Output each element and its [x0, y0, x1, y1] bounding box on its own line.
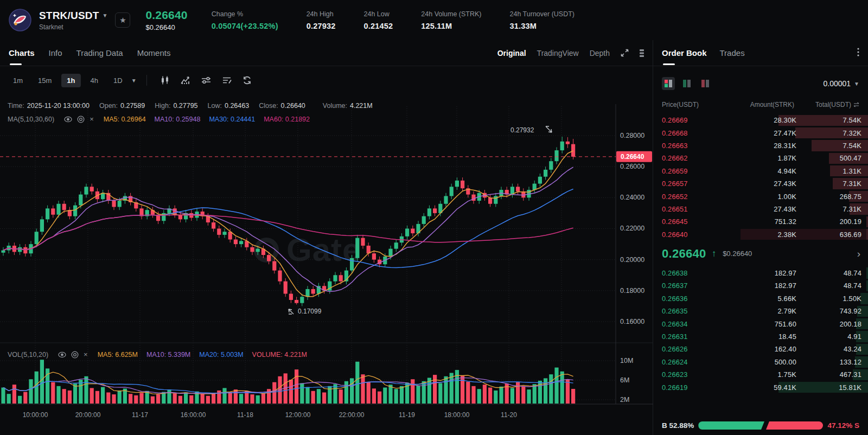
ask-row[interactable]: 0.2665127.43K7.31K: [653, 203, 868, 215]
ask-row[interactable]: 0.266402.38K636.69: [653, 228, 868, 241]
chevron-right-icon[interactable]: ›: [857, 248, 860, 260]
sell-label: S: [854, 421, 859, 430]
chart-region[interactable]: Time:2025-11-20 13:00:00Open:0.27589High…: [0, 94, 653, 435]
amount-cell: 4.94K: [716, 167, 796, 175]
tab-charts[interactable]: Charts: [9, 41, 35, 65]
total-cell: 467.31: [796, 370, 861, 379]
ask-row[interactable]: 0.26645751.32200.19: [653, 215, 868, 228]
total-unit-toggle-icon[interactable]: [853, 102, 859, 107]
bid-row[interactable]: 0.266231.75K467.31: [653, 368, 868, 381]
amount-cell: 500.00: [716, 358, 796, 366]
favorite-button[interactable]: ★: [115, 12, 130, 28]
bid-row[interactable]: 0.266352.79K743.92: [653, 305, 868, 317]
token-logo: [9, 9, 31, 31]
ob-layout-both-button[interactable]: [662, 77, 675, 90]
total-cell: 500.47: [796, 154, 861, 162]
bid-row[interactable]: 0.266365.66K1.50K: [653, 292, 868, 305]
price-cell: 0.26638: [662, 269, 716, 277]
price-volume-chart[interactable]: 0.266400.279320.170990.280000.260000.240…: [0, 94, 653, 435]
col-price: Price(USDT): [662, 101, 716, 108]
stat-value: 0.21452: [364, 22, 393, 30]
vol-settings-icon[interactable]: [71, 351, 79, 359]
ask-row[interactable]: 0.2666928.30K7.54K: [653, 114, 868, 126]
vol-visibility-icon[interactable]: [58, 351, 66, 358]
compare-refresh-icon[interactable]: [239, 73, 256, 87]
view-mode-tradingview[interactable]: TradingView: [537, 49, 579, 57]
svg-text:11-19: 11-19: [399, 411, 415, 419]
timeframe-1d[interactable]: 1D: [108, 74, 128, 87]
amount-cell: 751.60: [716, 320, 796, 328]
tab-moments[interactable]: Moments: [137, 41, 171, 65]
stat-value: 0.27932: [307, 22, 336, 30]
order-book-panel: Order BookTrades: [653, 40, 868, 435]
bid-row[interactable]: 0.26638182.9748.74: [653, 267, 868, 279]
ratio-bar: [698, 421, 823, 430]
ask-rows: 0.2666928.30K7.54K0.2666827.47K7.32K0.26…: [653, 113, 868, 242]
ob-layout-asks-button[interactable]: [699, 77, 712, 90]
ob-layout-bids-button[interactable]: [680, 77, 693, 90]
bid-row[interactable]: 0.26634751.60200.18: [653, 317, 868, 330]
order-book-controls: 0.00001 ▼: [653, 66, 868, 97]
bid-row[interactable]: 0.26637182.9748.74: [653, 279, 868, 292]
amount-cell: 28.30K: [716, 116, 796, 124]
svg-text:18:00:00: 18:00:00: [444, 411, 470, 419]
ma-close-icon[interactable]: ×: [90, 115, 94, 123]
view-mode-depth[interactable]: Depth: [590, 49, 610, 57]
header-last-price: 0.26640: [145, 9, 187, 22]
ma-visibility-icon[interactable]: [64, 116, 72, 123]
buy-sell-ratio: B 52.88% 47.12% S: [653, 421, 868, 435]
last-trade-row[interactable]: 0.26640 ↑ $0.26640 ›: [653, 242, 868, 266]
pair-name[interactable]: STRK/USDT: [39, 10, 99, 22]
settings-sliders-icon[interactable]: [198, 73, 214, 87]
candle-style-icon[interactable]: [157, 73, 173, 87]
svg-text:0.16000: 0.16000: [620, 318, 644, 325]
svg-text:16:00:00: 16:00:00: [181, 411, 206, 419]
tick-size-selector[interactable]: 0.00001 ▼: [823, 79, 859, 88]
total-cell: 133.12: [796, 358, 861, 366]
bid-row[interactable]: 0.26626162.4043.24: [653, 343, 868, 355]
amount-cell: 162.40: [716, 345, 796, 353]
ob-tab-trades[interactable]: Trades: [720, 41, 745, 65]
stat-label: 24h Volume (STRK): [421, 10, 481, 18]
total-cell: 7.54K: [796, 142, 861, 150]
ask-row[interactable]: 0.2666827.47K7.32K: [653, 126, 868, 139]
total-cell: 7.32K: [796, 129, 861, 137]
ask-row[interactable]: 0.2666328.31K7.54K: [653, 139, 868, 152]
timeframe-15m[interactable]: 15m: [33, 74, 57, 87]
view-mode-original[interactable]: Original: [497, 49, 526, 57]
bid-row[interactable]: 0.26624500.00133.12: [653, 356, 868, 368]
timeframe-1m[interactable]: 1m: [8, 74, 28, 87]
chart-panel: ChartsInfoTrading DataMoments OriginalTr…: [0, 40, 653, 435]
timeframe-4h[interactable]: 4h: [85, 74, 104, 87]
pair-dropdown-caret-icon[interactable]: ▼: [103, 12, 108, 18]
panel-layout-icon[interactable]: [640, 49, 644, 57]
toolbar-divider: [146, 75, 147, 86]
ob-tab-order-book[interactable]: Order Book: [662, 41, 707, 65]
total-cell: 48.74: [796, 269, 861, 277]
amount-cell: 28.31K: [716, 142, 796, 150]
tab-info[interactable]: Info: [49, 41, 62, 65]
amount-cell: 27.43K: [716, 180, 796, 188]
order-book-menu-icon[interactable]: [857, 48, 859, 59]
bid-row[interactable]: 0.2661959.41K15.81K: [653, 381, 868, 393]
indicator-icon[interactable]: [177, 73, 194, 87]
timeframe-more-caret-icon[interactable]: ▼: [131, 78, 137, 84]
ask-row[interactable]: 0.266594.94K1.31K: [653, 165, 868, 177]
total-cell: 4.91: [796, 332, 861, 341]
stat-label: 24h Turnover (USDT): [510, 10, 575, 18]
vol-close-icon[interactable]: ×: [84, 350, 88, 359]
header-stat: Change %0.05074(+23.52%): [212, 10, 278, 30]
fullscreen-icon[interactable]: [621, 49, 629, 57]
buy-ratio-segment: [698, 421, 764, 430]
header-stat: 24h Turnover (USDT)31.33M: [510, 10, 575, 30]
amount-cell: 182.97: [716, 282, 796, 290]
ask-row[interactable]: 0.266621.87K500.47: [653, 152, 868, 164]
total-cell: 743.92: [796, 307, 861, 315]
timeframe-1h[interactable]: 1h: [61, 74, 80, 87]
bid-row[interactable]: 0.2663118.454.91: [653, 330, 868, 343]
order-list-icon[interactable]: [219, 73, 235, 87]
ask-row[interactable]: 0.2665727.43K7.31K: [653, 177, 868, 190]
tab-trading-data[interactable]: Trading Data: [76, 41, 123, 65]
ask-row[interactable]: 0.266521.00K268.75: [653, 190, 868, 202]
ma-settings-icon[interactable]: [77, 116, 85, 123]
